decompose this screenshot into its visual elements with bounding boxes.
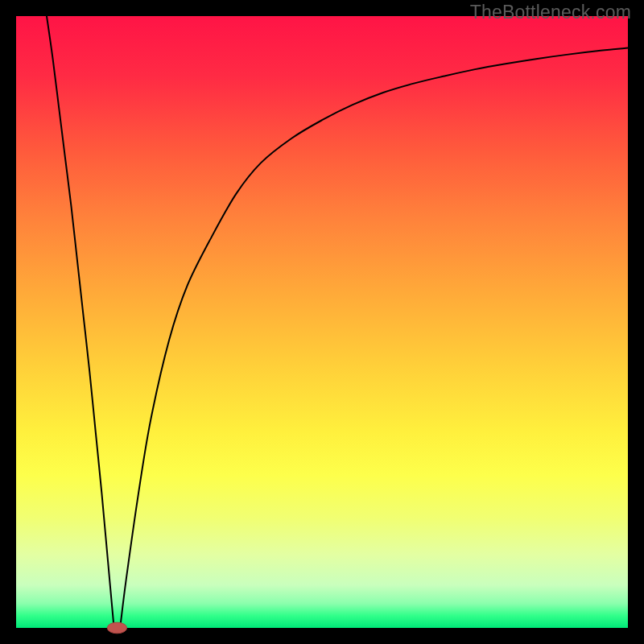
min-marker: [107, 622, 126, 634]
curve-left-branch: [47, 16, 114, 628]
watermark-text: TheBottleneck.com: [470, 2, 631, 23]
curve-right-branch: [120, 48, 628, 628]
plot-area: [16, 16, 628, 628]
chart-frame: TheBottleneck.com: [0, 0, 644, 644]
curve-layer: [16, 16, 628, 628]
